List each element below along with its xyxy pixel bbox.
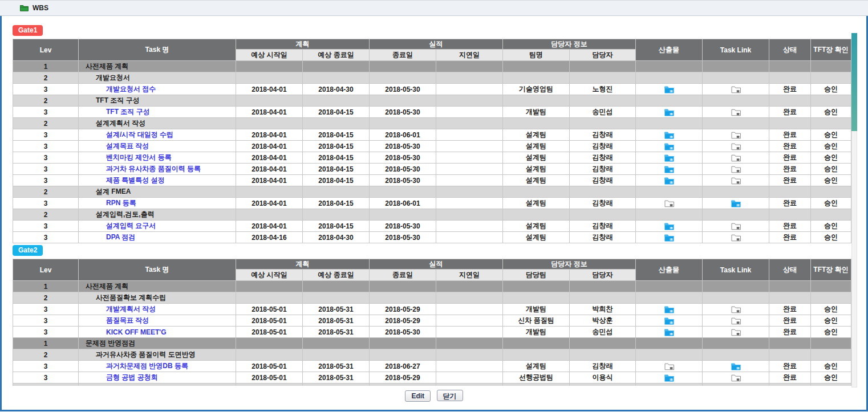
folder-gray-icon[interactable] [731, 108, 741, 116]
task-cell: 과거차 유사차종 품질이력 등록 [79, 164, 236, 175]
tft-approve-link[interactable]: 승인 [811, 372, 851, 384]
folder-blue-icon[interactable] [664, 373, 674, 381]
task-cell: 벤치마킹 제안서 등록 [79, 152, 236, 164]
task-name[interactable]: 금형 공법 공청회 [81, 373, 158, 381]
task-link-cell [703, 327, 769, 338]
team-cell: 신차 품질팀 [503, 315, 570, 327]
team-cell [503, 338, 570, 349]
table-row: 3 금형 공법 공청회 2018-05-01 2018-05-31 2018-0… [13, 372, 851, 384]
folder-blue-icon[interactable] [664, 108, 674, 116]
tft-approve-link[interactable]: 승인 [811, 304, 851, 315]
tft-approve-link[interactable]: 승인 [811, 198, 851, 209]
tft-approve-link[interactable]: 승인 [811, 327, 851, 338]
tft-approve-link[interactable]: 승인 [811, 129, 851, 141]
task-name[interactable]: 제품 특별특성 설정 [81, 176, 165, 184]
person-cell: 김창래 [570, 152, 636, 164]
folder-blue-icon[interactable] [731, 199, 741, 207]
folder-blue-icon[interactable] [664, 165, 674, 173]
task-name[interactable]: RPN 등록 [81, 199, 136, 207]
task-name[interactable]: 개발요청서 접수 [81, 85, 156, 93]
folder-gray-icon[interactable] [731, 328, 741, 336]
folder-blue-icon[interactable] [664, 85, 674, 93]
tft-approve-link[interactable]: 승인 [811, 221, 851, 232]
table-row: 3 TFT 조직 구성 2018-04-01 2018-04-15 2018-0… [13, 107, 851, 118]
task-name[interactable]: 과거차문제점 반영DB 등록 [81, 362, 188, 370]
task-name[interactable]: 설계목표 작성 [81, 142, 149, 150]
task-name[interactable]: 품질목표 작성 [81, 316, 149, 324]
folder-gray-icon[interactable] [731, 153, 741, 161]
tft-approve-link[interactable]: 승인 [811, 175, 851, 186]
plan-end-cell: 2018-05-31 [303, 304, 370, 315]
column-header-delay: 지연일 [436, 270, 503, 281]
folder-gray-icon[interactable] [731, 305, 741, 313]
vertical-scrollbar-thumb[interactable] [851, 33, 857, 131]
person-cell: 송민섭 [570, 107, 636, 118]
folder-gray-icon[interactable] [731, 142, 741, 150]
task-name[interactable]: 개발계획서 작성 [81, 305, 156, 313]
delay-cell [436, 361, 503, 372]
team-cell: 설계팀 [503, 221, 570, 232]
folder-blue-icon[interactable] [664, 153, 674, 161]
folder-gray-icon[interactable] [731, 222, 741, 230]
folder-gray-icon[interactable] [731, 130, 741, 138]
folder-blue-icon[interactable] [664, 305, 674, 313]
delay-cell [436, 129, 503, 141]
gate-badge: Gate2 [13, 245, 43, 256]
plan-start-cell [236, 95, 303, 107]
tft-approve-link[interactable]: 승인 [811, 152, 851, 164]
tft-approve-link[interactable]: 승인 [811, 361, 851, 372]
tft-approve-link[interactable]: 승인 [811, 107, 851, 118]
task-name[interactable]: 설계입력 요구서 [81, 222, 156, 230]
tft-approve-link[interactable]: 승인 [811, 84, 851, 95]
tft-approve-link[interactable]: 승인 [811, 232, 851, 243]
folder-gray-icon[interactable] [731, 176, 741, 184]
folder-gray-icon[interactable] [731, 233, 741, 241]
task-cell [79, 384, 236, 386]
folder-blue-icon[interactable] [664, 233, 674, 241]
plan-start-cell [236, 338, 303, 349]
lev-cell: 1 [13, 281, 79, 292]
task-name[interactable]: 벤치마킹 제안서 등록 [81, 153, 172, 161]
column-header-deliverable: 산출물 [636, 39, 703, 61]
folder-gray-icon[interactable] [664, 362, 674, 370]
folder-blue-icon[interactable] [664, 316, 674, 324]
folder-blue-icon[interactable] [664, 176, 674, 184]
plan-end-cell: 2018-05-31 [303, 327, 370, 338]
tft-approve-link[interactable]: 승인 [811, 315, 851, 327]
close-button[interactable]: 닫기 [437, 390, 463, 401]
folder-blue-icon[interactable] [664, 222, 674, 230]
folder-blue-icon[interactable] [664, 142, 674, 150]
task-name[interactable]: 과거차 유사차종 품질이력 등록 [81, 165, 201, 173]
task-name[interactable]: DPA 점검 [81, 233, 135, 241]
folder-gray-icon[interactable] [731, 316, 741, 324]
task-link-cell [703, 338, 769, 349]
folder-blue-icon[interactable] [664, 130, 674, 138]
column-header-plan-start: 예상 시작일 [236, 50, 303, 61]
folder-blue-icon[interactable] [664, 328, 674, 336]
task-name[interactable]: KICK OFF MEET'G [81, 328, 167, 336]
actual-end-cell [370, 338, 436, 349]
task-name: 설계계획서 작성 [81, 119, 145, 127]
folder-blue-icon[interactable] [731, 362, 741, 370]
lev-cell: 3 [13, 129, 79, 141]
delay-cell [436, 72, 503, 84]
status-cell: 완료 [769, 315, 811, 327]
deliverable-cell [636, 209, 703, 221]
folder-gray-icon[interactable] [731, 373, 741, 381]
tft-approve-link[interactable]: 승인 [811, 141, 851, 152]
column-header-deliverable: 산출물 [636, 259, 703, 281]
lev-cell: 3 [13, 175, 79, 186]
folder-gray-icon[interactable] [664, 199, 674, 207]
task-name[interactable]: TFT 조직 구성 [81, 108, 150, 116]
edit-button[interactable]: Edit [405, 390, 431, 402]
deliverable-cell [636, 292, 703, 304]
table-row: 2 개발요청서 [13, 72, 851, 84]
column-group-actual: 실적 [370, 39, 503, 50]
team-cell [503, 95, 570, 107]
tft-approve-link[interactable]: 승인 [811, 164, 851, 175]
folder-gray-icon[interactable] [731, 165, 741, 173]
person-cell: 김창래 [570, 361, 636, 372]
plan-end-cell: 2018-05-31 [303, 315, 370, 327]
task-name[interactable]: 설계/시작 대일정 수립 [81, 130, 173, 138]
folder-gray-icon[interactable] [731, 85, 741, 93]
